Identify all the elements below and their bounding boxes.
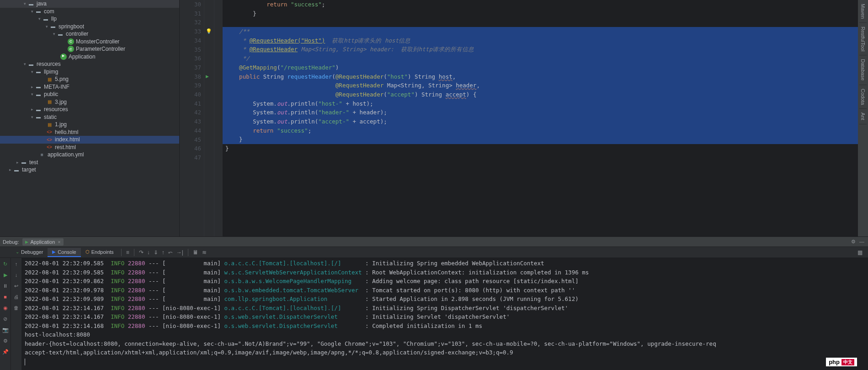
project-tree[interactable]: ▾▬java▾▬com▾▬llp▾▬springboot▾▬controller… [0, 0, 180, 236]
tool-maven[interactable]: Maven [859, 0, 867, 23]
tree-arrow-icon[interactable]: ▾ [51, 32, 57, 36]
html-icon: <> [46, 136, 53, 143]
drop-frame-icon[interactable]: ⤺ [166, 248, 175, 257]
force-step-icon[interactable]: ⇓ [152, 248, 160, 257]
tree-item-rest-html[interactable]: <>rest.html [0, 144, 179, 151]
tree-arrow-icon[interactable]: ▾ [44, 24, 49, 29]
minimize-icon[interactable]: — [859, 239, 864, 245]
tree-item-controller[interactable]: ▾▬controller [0, 30, 179, 38]
tree-item-springboot[interactable]: ▾▬springboot [0, 23, 179, 31]
debug-header: Debug: ▶ Application × ⚙ — [0, 237, 868, 247]
tree-item-resources[interactable]: ▾▬resources [0, 60, 179, 68]
tree-item-3-jpg[interactable]: ▦3.jpg [0, 98, 179, 106]
tab-console[interactable]: ▶ Console [48, 248, 80, 257]
camera-icon[interactable]: 📷 [1, 326, 10, 334]
tree-arrow-icon[interactable]: ▸ [29, 85, 35, 89]
tree-item-llp[interactable]: ▾▬llp [0, 15, 179, 23]
tree-label: index.html [55, 136, 80, 143]
tree-item-parametercontroller[interactable]: CParameterController [0, 45, 179, 53]
tree-item-llpimg[interactable]: ▾▬llpimg [0, 68, 179, 76]
editor-content[interactable]: return "success"; } /** * @RequestHeader… [223, 0, 858, 236]
tree-label: target [22, 166, 36, 173]
folder-icon: ▬ [35, 83, 42, 91]
step-into-icon[interactable]: ↓ [145, 248, 152, 257]
tree-item-5-png[interactable]: ▦5.png [0, 75, 179, 83]
clear-icon[interactable]: 🗑 [12, 304, 21, 312]
tree-item-hello-html[interactable]: <>hello.html [0, 129, 179, 136]
tree-item-meta-inf[interactable]: ▸▬META-INF [0, 83, 179, 91]
tree-arrow-icon[interactable]: ▾ [29, 70, 35, 74]
tree-arrow-icon[interactable]: ▾ [37, 16, 42, 21]
tree-arrow-icon[interactable]: ▸ [29, 107, 35, 112]
tool-restfultool[interactable]: RestfulTool [859, 23, 867, 55]
close-icon[interactable]: × [58, 239, 60, 245]
tree-item-com[interactable]: ▾▬com [0, 8, 179, 16]
tree-item-public[interactable]: ▾▬public [0, 91, 179, 98]
breakpoints-icon[interactable]: ◉ [1, 304, 10, 312]
tree-label: controller [66, 31, 88, 37]
tool-codota[interactable]: Codota [859, 85, 867, 109]
tree-arrow-icon[interactable]: ▾ [29, 92, 35, 97]
intention-bulb-icon[interactable]: 💡 [206, 28, 212, 34]
tree-item-resources[interactable]: ▸▬resources [0, 106, 179, 113]
step-out-icon[interactable]: ↑ [160, 248, 166, 257]
resume-icon[interactable]: ▶ [1, 271, 10, 279]
tree-arrow-icon[interactable]: ▸ [7, 167, 13, 172]
tree-label: llp [51, 16, 57, 22]
step-over-icon[interactable]: ↷ [137, 248, 145, 257]
trace-icon[interactable]: ≋ [200, 248, 208, 257]
print-icon[interactable]: 🖨 [12, 293, 21, 301]
tree-label: public [44, 91, 58, 97]
fold-gutter [214, 0, 223, 236]
tree-item-application-yml[interactable]: ≡application.yml [0, 151, 179, 159]
pause-icon[interactable]: ⏸ [1, 282, 10, 290]
tree-item-application[interactable]: Application [0, 53, 179, 61]
tree-item-index-html[interactable]: <>index.html [0, 136, 179, 144]
rerun-icon[interactable]: ↻ [1, 260, 10, 268]
gear-icon[interactable]: ⚙ [851, 239, 856, 245]
console-icon: ▶ [52, 249, 56, 254]
layout-icon[interactable]: ▦ [856, 248, 864, 257]
run-to-cursor-icon[interactable]: →| [175, 248, 185, 257]
tree-arrow-icon[interactable]: ▸ [15, 160, 20, 165]
threads-icon[interactable]: ≡ [124, 248, 131, 257]
right-toolbar: MavenRestfulToolDatabaseCodotaAnt [858, 0, 868, 236]
tree-item-target[interactable]: ▸▬target [0, 166, 179, 174]
tool-database[interactable]: Database [859, 55, 867, 85]
stop-icon[interactable]: ■ [1, 293, 10, 301]
yaml-icon: ≡ [38, 151, 46, 158]
tree-item-1-jpg[interactable]: ▦1.jpg [0, 121, 179, 129]
tree-arrow-icon[interactable]: ▾ [29, 9, 35, 14]
settings-icon[interactable]: ⚙ [1, 337, 10, 345]
scroll-down-icon[interactable]: ↓ [12, 271, 21, 279]
debug-toolbar: ⌄ Debugger ▶ Console ⬡ Endpoints ≡ ↷ ↓ ⇓… [0, 247, 868, 258]
soft-wrap-icon[interactable]: ↩ [12, 282, 21, 290]
tree-item-monstercontroller[interactable]: CMonsterController [0, 38, 179, 46]
scroll-up-icon[interactable]: ↑ [12, 260, 21, 268]
tree-arrow-icon[interactable]: ▾ [29, 115, 35, 119]
tab-endpoints[interactable]: ⬡ Endpoints [81, 248, 118, 257]
debug-run-tab[interactable]: ▶ Application × [22, 238, 63, 246]
tree-item-test[interactable]: ▸▬test [0, 159, 179, 166]
tree-item-static[interactable]: ▾▬static [0, 113, 179, 121]
tab-debugger[interactable]: ⌄ Debugger [11, 248, 48, 257]
console-output[interactable]: 2022-08-01 22:32:09.585 INFO 22880 --- [… [22, 258, 868, 370]
tree-arrow-icon[interactable]: ▾ [22, 1, 27, 6]
html-icon: <> [46, 129, 53, 136]
gutter-marks: 💡▶ [204, 0, 214, 236]
gutter-run-icon[interactable]: ▶ [206, 74, 209, 79]
debug-actions-bar: ↻ ▶ ⏸ ■ ◉ ⊘ 📷 ⚙ 📌 [0, 258, 11, 370]
tree-label: hello.html [55, 129, 78, 135]
tool-ant[interactable]: Ant [859, 109, 867, 124]
evaluate-icon[interactable]: 🖩 [191, 248, 200, 257]
console-actions-bar: ↑ ↓ ↩ 🖨 🗑 [11, 258, 22, 370]
folder-icon: ▬ [35, 68, 42, 75]
line-gutter: 303132333435363738394041424344454647 [180, 0, 204, 236]
debug-tab-label: Application [30, 239, 55, 245]
pin-icon[interactable]: 📌 [1, 348, 10, 356]
tree-arrow-icon[interactable]: ▾ [22, 62, 27, 66]
code-editor[interactable]: 303132333435363738394041424344454647 💡▶ … [180, 0, 858, 236]
tree-item-java[interactable]: ▾▬java [0, 0, 179, 8]
mute-icon[interactable]: ⊘ [1, 315, 10, 323]
tree-label: application.yml [48, 151, 84, 158]
